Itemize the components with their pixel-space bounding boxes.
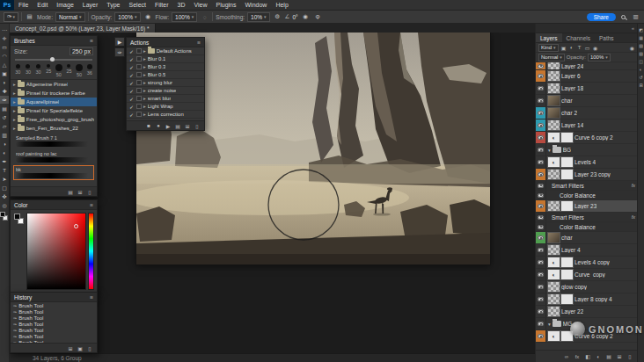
visibility-toggle[interactable]: [536, 191, 546, 199]
eyedropper-tool[interactable]: ◗: [0, 78, 9, 86]
filter-type-layers-icon[interactable]: T: [576, 45, 583, 50]
chevron-right-icon[interactable]: ▸: [13, 99, 16, 105]
panel-menu-icon[interactable]: ≡: [197, 40, 201, 46]
smoothing-select[interactable]: 10%▾: [247, 12, 270, 22]
layer-row-layer-24[interactable]: Layer 24: [536, 62, 637, 70]
chevron-right-icon[interactable]: ▸: [13, 126, 16, 131]
checkmark-icon[interactable]: ✓: [128, 104, 135, 110]
brush-folder[interactable]: ▸Allgemeine Pinsel: [11, 80, 97, 89]
adjustment-thumbnail[interactable]: ◐: [548, 270, 560, 279]
filter-shape-layers-icon[interactable]: ▭: [584, 45, 591, 51]
symmetry-icon[interactable]: Φ: [313, 12, 323, 22]
panel-menu-icon[interactable]: ≡: [90, 38, 93, 44]
brush-tip[interactable]: 25: [44, 64, 54, 77]
visibility-toggle[interactable]: [536, 213, 546, 221]
stop-icon[interactable]: ■: [145, 123, 152, 128]
dialog-toggle-box[interactable]: [136, 48, 142, 54]
adjustments-panel-icon[interactable]: ◐: [640, 67, 642, 72]
delete-state-icon[interactable]: ▯: [86, 345, 93, 351]
checkmark-icon[interactable]: ✓: [128, 72, 135, 78]
visibility-toggle[interactable]: [536, 200, 546, 212]
link-layers-icon[interactable]: ∞: [563, 354, 570, 359]
layer-row-bg[interactable]: ▾BG: [536, 144, 637, 156]
action-item[interactable]: ✓▸strong blur: [127, 79, 204, 87]
brush-tip[interactable]: 50: [75, 64, 84, 77]
layer-row-layer-23[interactable]: Layer 23: [536, 200, 637, 213]
new-action-icon[interactable]: ⊞: [184, 123, 191, 129]
visibility-toggle[interactable]: [536, 83, 546, 94]
quick-selection-tool[interactable]: △: [0, 61, 9, 69]
chevron-right-icon[interactable]: ▸: [143, 64, 146, 69]
visibility-toggle[interactable]: [536, 62, 546, 69]
type-tool[interactable]: T: [0, 166, 9, 174]
layer-mask-thumbnail[interactable]: [561, 157, 573, 167]
adjustment-thumbnail[interactable]: ◐: [548, 157, 560, 167]
menu-window[interactable]: Window: [241, 2, 272, 8]
layer-thumbnail[interactable]: [548, 245, 560, 255]
crop-tool[interactable]: ▣: [0, 69, 9, 77]
brush-tool[interactable]: ✑: [0, 96, 9, 104]
play-icon[interactable]: ▶: [165, 123, 172, 129]
new-snapshot-icon[interactable]: ▣: [77, 345, 84, 351]
layer-thumbnail[interactable]: [548, 294, 560, 304]
dialog-toggle-box[interactable]: [136, 88, 142, 93]
filter-adjustment-layers-icon[interactable]: ◐: [568, 45, 575, 50]
layer-mask-thumbnail[interactable]: [561, 170, 573, 179]
patterns-panel-icon[interactable]: ▨: [639, 51, 643, 56]
visibility-toggle[interactable]: [536, 269, 546, 280]
layer-row-curve-6-copy-2[interactable]: ◐Curve 6 copy 2: [536, 132, 637, 144]
layer-row-layer-4[interactable]: Layer 4: [536, 244, 637, 257]
eraser-tool[interactable]: ▱: [0, 122, 9, 130]
visibility-toggle[interactable]: [536, 306, 546, 317]
layer-mask-thumbnail[interactable]: [561, 294, 573, 304]
pressure-opacity-icon[interactable]: ◉: [143, 12, 153, 22]
new-brush-icon[interactable]: ⊞: [77, 189, 84, 195]
libraries-panel-icon[interactable]: ◫: [639, 59, 643, 64]
history-state[interactable]: ✑Brush Tool: [11, 308, 97, 315]
foreground-color-swatch[interactable]: [0, 212, 5, 217]
menu-edit[interactable]: Edit: [33, 2, 52, 8]
action-item[interactable]: ✓▸smart blur: [127, 95, 204, 103]
visibility-toggle[interactable]: [536, 244, 546, 256]
foreground-color-swatch[interactable]: [14, 214, 20, 220]
visibility-toggle[interactable]: [536, 70, 546, 82]
checkmark-icon[interactable]: ✓: [128, 96, 135, 102]
tool-preset-picker[interactable]: ✑▾: [4, 12, 18, 22]
brush-panel-icon[interactable]: ✑: [114, 47, 125, 57]
adjustment-thumbnail[interactable]: ◐: [548, 133, 560, 142]
layer-mask-thumbnail[interactable]: [561, 257, 573, 267]
delete-action-icon[interactable]: ▯: [194, 123, 201, 129]
smoothing-options-icon[interactable]: ⚙: [273, 12, 282, 22]
photoshop-logo[interactable]: Ps: [0, 0, 14, 11]
tab-paths[interactable]: Paths: [595, 33, 618, 42]
action-item[interactable]: ✓▸Blur 0.3: [127, 63, 204, 71]
properties-panel-icon[interactable]: ⊞: [639, 83, 642, 88]
airbrush-icon[interactable]: ◌: [200, 12, 209, 22]
layer-row-layer-18[interactable]: Layer 18: [536, 83, 637, 95]
checkmark-icon[interactable]: ✓: [128, 56, 135, 62]
brush-preset[interactable]: roof painting no lac: [13, 149, 94, 164]
hand-tool[interactable]: ✜: [0, 192, 9, 200]
record-icon[interactable]: ●: [155, 123, 162, 128]
layer-mask-thumbnail[interactable]: [561, 270, 573, 279]
filter-kind-select[interactable]: Kind▾: [538, 44, 559, 52]
share-button[interactable]: Share: [587, 13, 616, 21]
dodge-tool[interactable]: ◐: [0, 148, 9, 156]
actions-panel-header[interactable]: Actions ≡: [127, 38, 204, 47]
path-selection-tool[interactable]: ➤: [0, 175, 9, 183]
layer-row-levels-4[interactable]: ◐Levels 4: [536, 156, 637, 169]
checkmark-icon[interactable]: ✓: [128, 80, 135, 86]
menu-3d[interactable]: 3D: [173, 2, 190, 8]
gradients-panel-icon[interactable]: ▧: [639, 43, 643, 48]
toggle-brush-settings-icon[interactable]: ▤: [25, 12, 34, 22]
history-panel-header[interactable]: History ≡: [11, 293, 97, 302]
menu-image[interactable]: Image: [52, 2, 77, 8]
flow-select[interactable]: 100%▾: [172, 12, 197, 22]
layer-row-char[interactable]: char: [536, 232, 637, 244]
blur-tool[interactable]: ◑: [0, 140, 9, 148]
brush-angle-value[interactable]: 0°: [292, 14, 297, 20]
layer-row-color-balance[interactable]: Color Balance: [536, 222, 637, 232]
chevron-down-icon[interactable]: ▾: [548, 148, 551, 153]
document-tab[interactable]: Concept_02.psd @ 50% (Layer 23, Layer Ma…: [10, 24, 156, 33]
new-group-icon[interactable]: ▤: [605, 353, 612, 359]
